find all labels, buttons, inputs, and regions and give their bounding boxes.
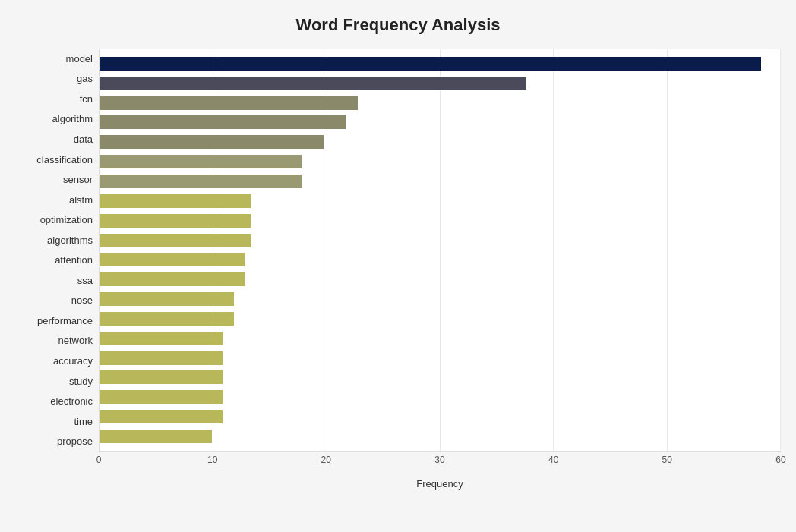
bar-row	[100, 95, 772, 112]
bar	[100, 96, 358, 110]
bar	[100, 57, 761, 71]
bar-row	[100, 291, 772, 307]
bar-row	[100, 114, 772, 131]
y-label: sensor	[63, 175, 93, 184]
bar	[100, 292, 234, 306]
bar-row	[100, 251, 772, 268]
y-label: data	[74, 134, 93, 144]
bar	[100, 115, 346, 129]
bar	[100, 175, 302, 188]
y-label: network	[58, 335, 93, 345]
y-label: optimization	[40, 215, 93, 225]
y-label: electronic	[50, 396, 93, 406]
bar-row	[100, 271, 772, 288]
y-label: algorithms	[47, 235, 93, 245]
y-label: gas	[77, 74, 93, 83]
bar	[100, 135, 324, 149]
bar-row	[100, 310, 772, 327]
y-label: alstm	[69, 195, 93, 205]
y-labels: modelgasfcnalgorithmdataclassificationse…	[15, 49, 99, 474]
x-tick: 40	[548, 455, 558, 465]
bar-row	[100, 408, 772, 425]
bar	[100, 77, 526, 90]
bar-row	[100, 428, 772, 445]
chart-container: Word Frequency Analysis modelgasfcnalgor…	[0, 0, 796, 532]
x-tick: 60	[775, 455, 785, 465]
bar-row	[100, 75, 772, 92]
bar	[100, 194, 251, 208]
bar	[100, 234, 251, 247]
y-label: attention	[55, 255, 93, 265]
y-label: fcn	[80, 94, 93, 104]
y-label: classification	[36, 155, 93, 165]
chart-area: modelgasfcnalgorithmdataclassificationse…	[15, 49, 781, 474]
y-label: ssa	[77, 275, 93, 285]
bar-row	[100, 55, 772, 72]
bar-row	[100, 134, 772, 150]
y-label: study	[69, 376, 93, 386]
bar-row	[100, 369, 772, 386]
y-label: nose	[71, 295, 93, 305]
bar	[100, 155, 302, 168]
bar	[100, 390, 223, 404]
bar	[100, 253, 245, 266]
y-label: algorithm	[52, 114, 93, 124]
bars-and-x: Frequency 0102030405060	[99, 49, 781, 474]
bar-row	[100, 389, 772, 405]
bar-row	[100, 212, 772, 229]
y-label: accuracy	[53, 356, 93, 366]
bar-row	[100, 350, 772, 367]
bar-row	[100, 330, 772, 347]
y-label: time	[74, 417, 93, 427]
bar	[100, 272, 245, 286]
y-label: performance	[37, 316, 93, 326]
y-label: model	[66, 54, 93, 64]
bar-row	[100, 193, 772, 209]
bar-row	[100, 232, 772, 249]
x-tick: 10	[207, 455, 217, 465]
x-axis: Frequency 0102030405060	[99, 452, 781, 474]
x-axis-label: Frequency	[416, 478, 463, 490]
x-tick: 0	[96, 455, 102, 465]
x-tick: 30	[434, 455, 444, 465]
bar-row	[100, 173, 772, 190]
bar	[100, 370, 223, 384]
x-tick: 20	[321, 455, 331, 465]
bar	[100, 214, 251, 228]
chart-title: Word Frequency Analysis	[15, 15, 781, 35]
x-tick: 50	[662, 455, 672, 465]
bar-row	[100, 153, 772, 170]
bar	[100, 332, 223, 345]
bar	[100, 312, 234, 326]
bars-area	[99, 49, 781, 452]
bar	[100, 410, 223, 423]
y-label: propose	[57, 436, 93, 446]
bar	[100, 351, 223, 365]
bar	[100, 430, 212, 443]
